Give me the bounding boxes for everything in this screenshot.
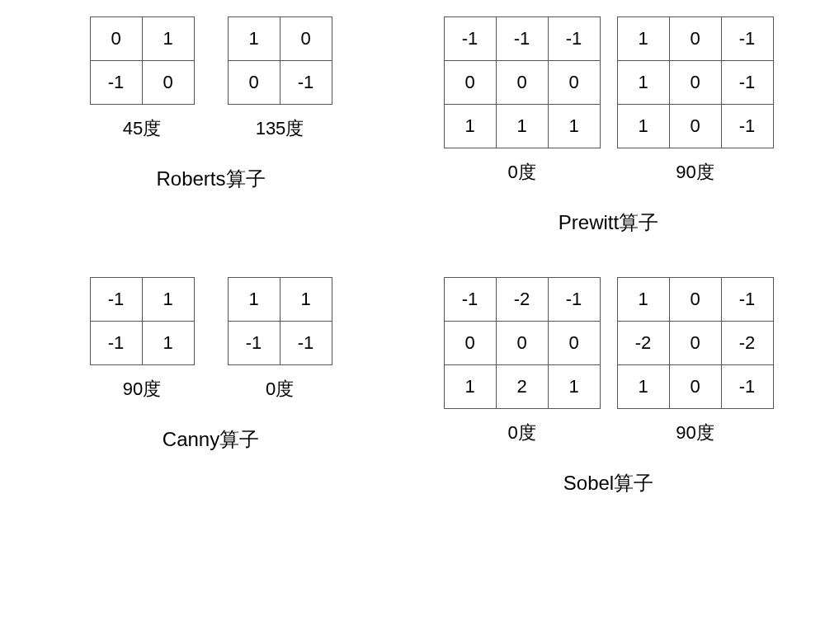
cell: -1 xyxy=(280,322,332,365)
cell: 1 xyxy=(548,105,600,148)
group-sobel: -1-2-1 000 121 0度 10-1 -20-2 10-1 90度 So… xyxy=(408,277,808,496)
angle-label: 90度 xyxy=(676,160,714,185)
group-roberts: 01 -10 45度 10 0-1 135度 Roberts算子 xyxy=(8,16,408,236)
group-name: Prewitt算子 xyxy=(559,209,658,236)
group-prewitt: -1-1-1 000 111 0度 10-1 10-1 10-1 90度 Pre… xyxy=(408,16,808,236)
angle-label: 90度 xyxy=(123,377,161,402)
cell: 0 xyxy=(280,17,332,61)
cell: 1 xyxy=(444,105,496,148)
kernel-block-90: -11 -11 90度 xyxy=(90,277,195,402)
angle-label: 90度 xyxy=(676,421,714,445)
kernel-block-0: -1-2-1 000 121 0度 xyxy=(444,277,601,445)
cell: 0 xyxy=(444,322,496,365)
cell: -1 xyxy=(721,365,773,409)
cell: 0 xyxy=(496,61,548,105)
cell: 0 xyxy=(444,61,496,105)
kernel-pair: -1-1-1 000 111 0度 10-1 10-1 10-1 90度 xyxy=(444,16,774,185)
cell: -1 xyxy=(721,17,773,61)
cell: -1 xyxy=(228,322,280,365)
cell: 0 xyxy=(548,61,600,105)
angle-label: 0度 xyxy=(266,377,294,402)
kernel-matrix: 10-1 10-1 10-1 xyxy=(617,16,774,148)
kernel-matrix: 10-1 -20-2 10-1 xyxy=(617,277,774,409)
cell: 1 xyxy=(280,278,332,322)
kernel-block-90: 10-1 -20-2 10-1 90度 xyxy=(617,277,774,445)
cell: 0 xyxy=(669,61,721,105)
cell: -1 xyxy=(721,278,773,322)
kernel-matrix: 01 -10 xyxy=(90,16,195,105)
kernel-matrix: 11 -1-1 xyxy=(228,277,332,365)
kernel-matrix: 10 0-1 xyxy=(228,16,332,105)
cell: -1 xyxy=(90,278,142,322)
group-name: Roberts算子 xyxy=(156,166,265,192)
kernel-pair: -1-2-1 000 121 0度 10-1 -20-2 10-1 90度 xyxy=(444,277,774,445)
cell: -1 xyxy=(721,105,773,148)
cell: -1 xyxy=(548,278,600,322)
cell: 1 xyxy=(444,365,496,409)
cell: 0 xyxy=(669,322,721,365)
kernel-matrix: -1-2-1 000 121 xyxy=(444,277,601,409)
cell: 0 xyxy=(669,17,721,61)
cell: 1 xyxy=(617,365,669,409)
cell: 0 xyxy=(548,322,600,365)
angle-label: 0度 xyxy=(507,160,535,185)
cell: 0 xyxy=(669,105,721,148)
kernel-block-90: 10-1 10-1 10-1 90度 xyxy=(617,16,774,185)
cell: 1 xyxy=(617,61,669,105)
kernel-pair: 01 -10 45度 10 0-1 135度 xyxy=(90,16,332,141)
cell: -1 xyxy=(721,61,773,105)
cell: 1 xyxy=(496,105,548,148)
kernel-matrix: -11 -11 xyxy=(90,277,195,365)
cell: 1 xyxy=(617,105,669,148)
cell: 0 xyxy=(496,322,548,365)
cell: 1 xyxy=(142,322,194,365)
cell: 1 xyxy=(142,17,194,61)
cell: -2 xyxy=(617,322,669,365)
cell: 2 xyxy=(496,365,548,409)
angle-label: 135度 xyxy=(256,116,304,141)
operators-diagram: 01 -10 45度 10 0-1 135度 Roberts算子 -1-1-1 … xyxy=(0,0,825,513)
cell: 1 xyxy=(548,365,600,409)
angle-label: 45度 xyxy=(123,116,161,141)
kernel-block-135: 10 0-1 135度 xyxy=(228,16,332,141)
cell: -1 xyxy=(280,61,332,105)
cell: -1 xyxy=(444,17,496,61)
cell: 0 xyxy=(90,17,142,61)
cell: -1 xyxy=(496,17,548,61)
cell: 0 xyxy=(669,278,721,322)
kernel-block-45: 01 -10 45度 xyxy=(90,16,195,141)
cell: -2 xyxy=(721,322,773,365)
cell: 0 xyxy=(228,61,280,105)
cell: -2 xyxy=(496,278,548,322)
cell: 1 xyxy=(617,17,669,61)
group-canny: -11 -11 90度 11 -1-1 0度 Canny算子 xyxy=(8,277,408,496)
cell: -1 xyxy=(90,322,142,365)
cell: -1 xyxy=(548,17,600,61)
cell: 1 xyxy=(617,278,669,322)
cell: -1 xyxy=(444,278,496,322)
cell: 0 xyxy=(142,61,194,105)
kernel-matrix: -1-1-1 000 111 xyxy=(444,16,601,148)
group-name: Sobel算子 xyxy=(563,470,653,496)
cell: 1 xyxy=(228,278,280,322)
group-name: Canny算子 xyxy=(163,426,259,453)
cell: -1 xyxy=(90,61,142,105)
kernel-block-0: -1-1-1 000 111 0度 xyxy=(444,16,601,185)
kernel-block-0: 11 -1-1 0度 xyxy=(228,277,332,402)
cell: 1 xyxy=(228,17,280,61)
cell: 0 xyxy=(669,365,721,409)
kernel-pair: -11 -11 90度 11 -1-1 0度 xyxy=(90,277,332,402)
cell: 1 xyxy=(142,278,194,322)
angle-label: 0度 xyxy=(507,421,535,445)
